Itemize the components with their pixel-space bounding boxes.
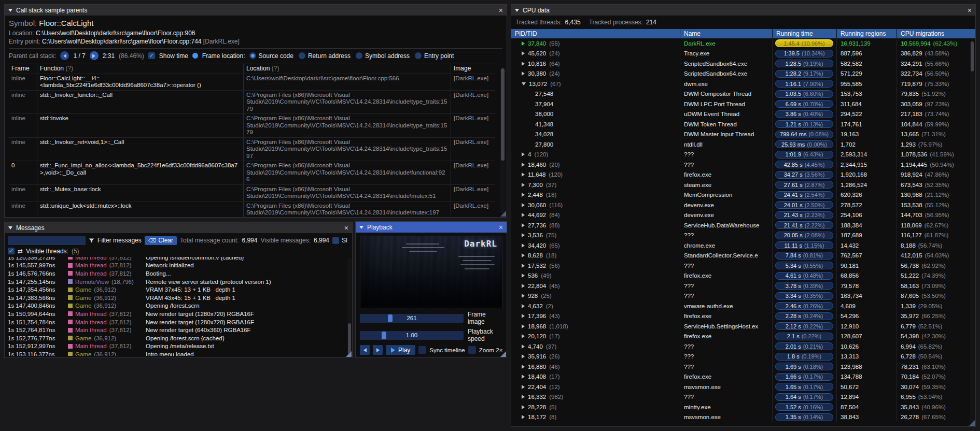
scrollbar-thumb[interactable]: [971, 41, 974, 71]
cpu-row[interactable]: 13,072(67)dwm.exe1:16.1(7.90%)955,585719…: [511, 79, 975, 89]
expand-arrow-icon[interactable]: [522, 183, 525, 187]
cpu-row[interactable]: 20,120(17)firefox.exe2.1 s(0.22%)128,607…: [511, 332, 975, 342]
callstack-row[interactable]: inlinestd::invokeC:\Program Files (x86)\…: [9, 113, 495, 137]
radio-icon[interactable]: [249, 52, 256, 59]
zoom-2x-checkbox[interactable]: [468, 346, 476, 354]
cpu-row[interactable]: 30,060(116)devenv.exe24.01 s(2.50%)278,5…: [511, 200, 975, 210]
cpu-row[interactable]: 11,648(120)firefox.exe34.27 s(3.56%)1,92…: [511, 170, 975, 180]
next-frame-button[interactable]: [373, 345, 383, 355]
next-callstack-button[interactable]: [90, 51, 99, 60]
cpu-row[interactable]: 27,800ntdll.dll25.93 ms(0.00%)1,7021,293…: [511, 139, 975, 150]
cpu-row[interactable]: 41,348DWM Token Thread1.21 s(0.13%)174,7…: [511, 119, 975, 130]
cpu-row[interactable]: 22,804(45)???3.78 s(0.39%)79,57858,163(7…: [511, 281, 975, 291]
expand-arrow-icon[interactable]: [522, 41, 525, 46]
close-icon[interactable]: ×: [499, 224, 503, 231]
expand-arrow-icon[interactable]: [522, 304, 525, 308]
resize-grip[interactable]: [346, 351, 352, 357]
column-header[interactable]: CPU migrations: [897, 29, 975, 38]
expand-arrow-icon[interactable]: [522, 213, 525, 217]
callstack-row[interactable]: 0std::_Func_impl_no_alloc<<lambda_5bc224…: [9, 161, 495, 184]
message-row[interactable]: 1s 152,764,817nsMain thread(37,812)New r…: [8, 326, 349, 334]
cpu-row[interactable]: 536(49)firefox.exe4.61 s(0.48%)68,85651,…: [511, 271, 975, 281]
cpu-row[interactable]: 22,404(12)msvsmon.exe1.65 s(0.17%)50,672…: [511, 382, 975, 392]
prev-callstack-button[interactable]: [60, 51, 69, 60]
cpu-row[interactable]: 18,408(17)firefox.exe1.66 s(0.17%)134,78…: [511, 372, 975, 382]
expand-arrow-icon[interactable]: [522, 233, 525, 237]
cpu-row[interactable]: 10,816(64)ScriptedSandbox64.exe1:28.5(9.…: [511, 59, 975, 69]
message-row[interactable]: 1s 150,994,644nsMain thread(37,812)New r…: [8, 310, 349, 318]
expand-arrow-icon[interactable]: [522, 223, 525, 227]
cpu-row[interactable]: 35,916(26)???1.8 s(0.19%)13,3136,728(50.…: [511, 352, 975, 362]
resize-grip[interactable]: [969, 420, 975, 426]
callstack-row[interactable]: inlinestd::unique_lock<std::mutex>::lock…: [9, 201, 495, 218]
expand-arrow-icon[interactable]: [522, 173, 525, 177]
radio-icon[interactable]: [415, 52, 422, 59]
frame-location-option[interactable]: Return address: [299, 52, 351, 60]
close-icon[interactable]: ×: [344, 224, 348, 232]
sync-timeline-checkbox[interactable]: [418, 346, 426, 354]
expand-arrow-icon[interactable]: [522, 344, 525, 349]
cpu-row[interactable]: 37,840(55)DarkRL.exe1:45.4(10.96%)16,931…: [511, 38, 975, 49]
cpu-row[interactable]: 7,300(37)steam.exe27.61 s(2.87%)1,286,52…: [511, 180, 975, 190]
slider-grab[interactable]: [382, 332, 386, 339]
prev-frame-button[interactable]: [360, 345, 370, 355]
filter-input[interactable]: [8, 236, 86, 245]
cpu-row[interactable]: 928(25)???3.34 s(0.35%)163,73487,605(53.…: [511, 291, 975, 301]
expand-arrow-icon[interactable]: [522, 324, 525, 328]
collapse-arrow-icon[interactable]: [515, 9, 519, 12]
expand-arrow-icon[interactable]: [522, 375, 525, 379]
callstack-scrollbar[interactable]: [500, 68, 505, 214]
expand-arrow-icon[interactable]: [522, 71, 525, 76]
cpu-row[interactable]: 27,736(88)ServiceHub.DataWarehouse21.41 …: [511, 220, 975, 231]
cpu-scrollbar[interactable]: [970, 41, 974, 424]
threads-checkbox[interactable]: [8, 248, 15, 254]
expand-arrow-icon[interactable]: [522, 365, 525, 369]
message-row[interactable]: 1s 152,776,777nsGame(36,912)Opening /for…: [8, 334, 349, 342]
expand-arrow-icon[interactable]: [522, 62, 525, 66]
cpu-row[interactable]: 4,632(2)vmware-authd.exe2.46 s(0.26%)4,6…: [511, 301, 975, 311]
expand-arrow-icon[interactable]: [522, 193, 525, 197]
expand-arrow-icon[interactable]: [522, 395, 525, 399]
column-header-function[interactable]: Function (?): [37, 64, 244, 74]
collapse-arrow-icon[interactable]: [522, 82, 526, 85]
cpu-row[interactable]: 38,000uDWM Event Thread3.86 s(0.40%)294,…: [511, 109, 975, 120]
expand-arrow-icon[interactable]: [522, 253, 525, 257]
message-row[interactable]: 1s 147,400,846nsGame(36,912)Opening /for…: [8, 302, 349, 310]
callstack-row[interactable]: inlinestd::_Mutex_base::lockC:\Program F…: [9, 184, 495, 201]
cpu-row[interactable]: 30,380(24)ScriptedSandbox64.exe1:28.2(9.…: [511, 69, 975, 79]
frame-image-slider[interactable]: 261: [360, 314, 464, 323]
clear-filter-button[interactable]: ⌫ Clear: [145, 236, 177, 245]
cpu-row[interactable]: 45,620(24)Tracy.exe1:39.5(10.34%)887,596…: [511, 49, 975, 59]
column-header[interactable]: PID/TID: [511, 29, 680, 38]
expand-arrow-icon[interactable]: [522, 203, 525, 207]
cpu-row[interactable]: 27,548DWM Compositor Thread1:03.5(6.60%)…: [511, 89, 975, 99]
expand-arrow-icon[interactable]: [522, 294, 525, 298]
column-header[interactable]: Running regions: [837, 29, 897, 38]
expand-arrow-icon[interactable]: [522, 415, 525, 419]
expand-arrow-icon[interactable]: [522, 152, 525, 156]
collapse-arrow-icon[interactable]: [8, 226, 12, 229]
cpu-row[interactable]: 34,028DWM Master Input Thread799.64 ms(0…: [511, 130, 975, 140]
message-row[interactable]: 1s 145,557,997nsMain thread(37,812)Netwo…: [8, 262, 349, 270]
slider-grab[interactable]: [388, 314, 393, 322]
cpu-row[interactable]: 34,420(65)chrome.exe11.11 s(1.15%)14,432…: [511, 240, 975, 251]
close-icon[interactable]: ×: [968, 7, 972, 14]
cpu-row[interactable]: 3,536(75)???20.05 s(2.08%)187,689116,127…: [511, 231, 975, 241]
column-header-image[interactable]: Image: [451, 64, 495, 74]
scrollbar-thumb[interactable]: [501, 68, 505, 161]
cpu-data-titlebar[interactable]: CPU data ×: [511, 5, 975, 16]
cpu-row[interactable]: 18,172(8)msvsmon.exe1.35 s(0.14%)38,8432…: [511, 412, 975, 423]
cpu-row[interactable]: 4,740(37)???2.01 s(0.21%)10,6266,994(65.…: [511, 341, 975, 352]
message-row[interactable]: 1s 153,116,377nsGame(36,912)Intro menu l…: [8, 350, 349, 356]
frame-location-option[interactable]: Symbol address: [356, 52, 410, 60]
visible-threads-label[interactable]: Visible threads:: [26, 248, 68, 255]
callstack-row[interactable]: inlineFloor::CalcLight::__l4::<lambda_5b…: [9, 74, 495, 90]
expand-arrow-icon[interactable]: [522, 51, 525, 55]
cpu-row[interactable]: 16,332(982)???1.64 s(0.17%)12,8946,955(5…: [511, 392, 975, 403]
message-row[interactable]: 1s 147,255,145nsRemoteView(18,796)Remote…: [8, 278, 349, 286]
messages-titlebar[interactable]: Messages ×: [5, 222, 352, 233]
cpu-row[interactable]: 17,396(43)firefox.exe2.28 s(0.24%)54,296…: [511, 311, 975, 322]
messages-scrollbar[interactable]: [347, 258, 352, 355]
message-row[interactable]: 1s 120,335,272nsMain thread(37,812)Openi…: [8, 257, 349, 262]
collapse-arrow-icon[interactable]: [8, 9, 12, 12]
